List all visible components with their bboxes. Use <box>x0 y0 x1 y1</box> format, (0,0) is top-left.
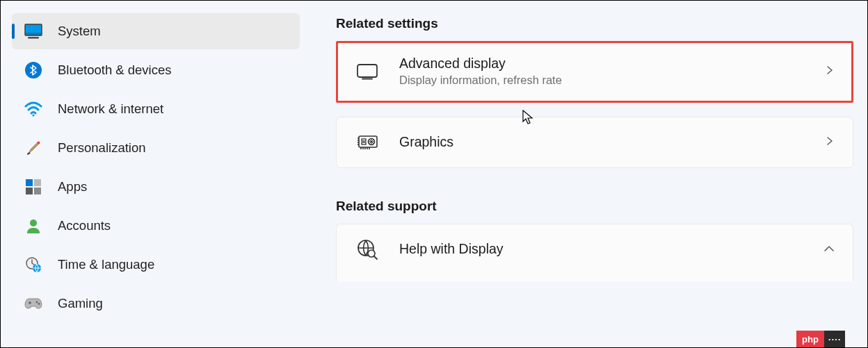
svg-rect-7 <box>34 179 41 186</box>
sidebar-item-apps[interactable]: Apps <box>12 169 300 205</box>
watermark-right: ···· <box>824 331 845 347</box>
sidebar: System Bluetooth & devices Network & int… <box>1 1 305 347</box>
chevron-right-icon <box>825 65 835 78</box>
svg-point-10 <box>30 219 37 226</box>
svg-point-5 <box>38 142 40 144</box>
svg-rect-8 <box>26 188 33 194</box>
advanced-display-card[interactable]: Advanced display Display information, re… <box>336 41 853 103</box>
gamepad-icon <box>24 295 42 313</box>
sidebar-item-label: Personalization <box>58 140 146 156</box>
sidebar-item-time-language[interactable]: Time & language <box>12 247 300 283</box>
svg-rect-15 <box>357 65 377 77</box>
svg-point-13 <box>36 301 38 304</box>
sidebar-item-accounts[interactable]: Accounts <box>12 208 300 244</box>
svg-point-14 <box>38 303 40 305</box>
svg-rect-1 <box>25 33 42 35</box>
graphics-card[interactable]: Graphics <box>336 117 853 168</box>
sidebar-item-bluetooth[interactable]: Bluetooth & devices <box>12 52 300 88</box>
main-content: Related settings Advanced display Displa… <box>305 1 867 347</box>
monitor-icon <box>356 60 378 83</box>
help-with-display-card[interactable]: Help with Display <box>336 224 853 281</box>
sidebar-item-label: Accounts <box>58 218 111 233</box>
chevron-right-icon <box>825 136 835 149</box>
sidebar-item-label: Gaming <box>58 296 103 311</box>
sidebar-item-personalization[interactable]: Personalization <box>12 130 300 166</box>
sidebar-item-network[interactable]: Network & internet <box>12 91 300 127</box>
card-title: Help with Display <box>399 241 803 257</box>
svg-rect-6 <box>26 179 33 186</box>
svg-rect-20 <box>362 142 366 144</box>
person-icon <box>24 217 42 235</box>
sidebar-item-system[interactable]: System <box>12 13 300 49</box>
card-title: Graphics <box>399 134 804 150</box>
globe-search-icon <box>356 238 378 260</box>
system-icon <box>24 22 42 40</box>
card-subtitle: Display information, refresh rate <box>399 73 804 88</box>
apps-icon <box>24 178 42 196</box>
sidebar-item-label: Apps <box>58 179 87 194</box>
sidebar-item-label: Bluetooth & devices <box>58 63 172 78</box>
chevron-up-icon <box>823 243 835 256</box>
svg-rect-9 <box>34 188 41 194</box>
svg-line-23 <box>374 256 377 259</box>
sidebar-item-label: Network & internet <box>58 101 163 117</box>
wifi-icon <box>24 100 42 118</box>
watermark-left: php <box>796 331 824 347</box>
sidebar-item-gaming[interactable]: Gaming <box>12 285 300 322</box>
paintbrush-icon <box>24 139 42 157</box>
sidebar-item-label: System <box>58 24 101 39</box>
svg-rect-19 <box>362 139 366 141</box>
sidebar-item-label: Time & language <box>58 257 154 272</box>
clock-globe-icon <box>24 256 42 274</box>
related-settings-heading: Related settings <box>336 16 853 31</box>
svg-rect-2 <box>28 37 39 38</box>
gpu-icon <box>356 131 378 154</box>
bluetooth-icon <box>24 61 42 79</box>
watermark-badge: php ···· <box>796 331 867 347</box>
related-support-heading: Related support <box>336 199 853 214</box>
svg-point-4 <box>32 114 34 116</box>
card-title: Advanced display <box>399 56 804 72</box>
